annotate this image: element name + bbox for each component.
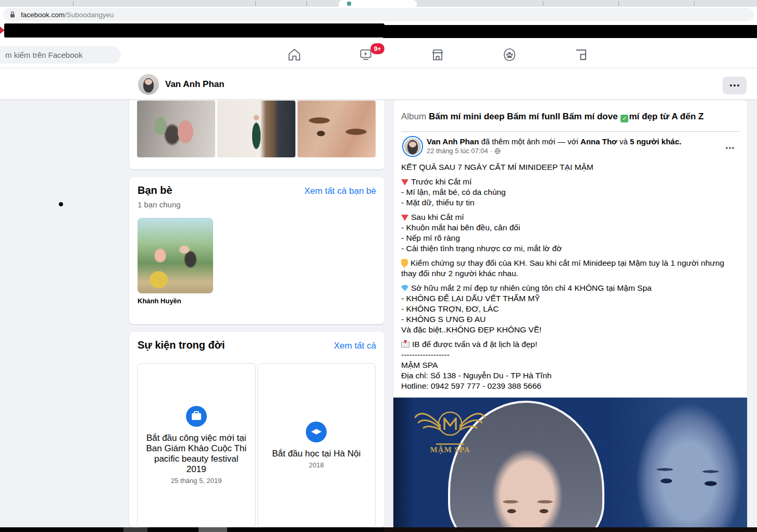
life-event-date: 25 tháng 5, 2019 <box>171 477 222 485</box>
tagged-friend-name[interactable]: Anna Thơ <box>580 137 617 146</box>
post-header-line: Van Anh Phan đã thêm một ảnh mới — với A… <box>427 137 708 146</box>
life-events-row: Bắt đầu công việc mới tại Ban Giám Khảo … <box>137 363 376 527</box>
cursor-dot <box>59 202 63 206</box>
life-events-title: Sự kiện trong đời <box>138 339 225 351</box>
search-input[interactable]: m kiếm trên Facebook <box>0 46 121 64</box>
taskbar-segment <box>384 527 757 532</box>
friends-title: Bạn bè <box>138 184 172 196</box>
post-line-icon <box>401 285 408 291</box>
life-event-title: Bắt đầu học tại Hà Nội <box>272 449 361 459</box>
taskbar-segment <box>198 527 227 532</box>
tab-favicon-icon <box>347 2 351 6</box>
globe-icon <box>494 148 501 154</box>
post-text-line: Và đặc biệt..KHÔNG ĐẸP KHÔNG VỀ! <box>401 325 740 335</box>
mutual-friends-count: 1 bạn chung <box>138 200 181 209</box>
home-icon[interactable] <box>287 47 302 63</box>
taskbar-segment <box>123 527 147 532</box>
more-options-icon <box>730 84 732 86</box>
post-text-line: Hotline: 0942 597 777 - 0239 388 5666 <box>401 381 740 391</box>
gaming-icon[interactable] <box>573 47 589 63</box>
groups-icon[interactable] <box>502 47 517 63</box>
album-title-line: Album Bấm mí mini deep Bấm mí funll Bấm … <box>401 112 740 122</box>
active-browser-tab[interactable] <box>339 0 417 7</box>
tab-divider <box>694 1 694 6</box>
post-author-name[interactable]: Van Anh Phan <box>427 137 479 146</box>
post-text-line: Kiểm chứng sự thay đổi của KH. Sau khi c… <box>401 258 740 279</box>
redacted-bookmarks-bar <box>4 23 384 38</box>
photo-thumbnail[interactable] <box>217 101 295 157</box>
friend-photo[interactable] <box>138 218 213 293</box>
post-line-icon <box>401 342 409 348</box>
profile-name: Van Anh Phan <box>165 79 225 90</box>
page-content: Bạn bè Xem tất cả bạn bè 1 bạn chung Khá… <box>0 100 757 527</box>
profile-more-button[interactable] <box>723 77 747 94</box>
see-all-events-link[interactable]: Xem tất cả <box>334 341 376 351</box>
post-image[interactable]: MẬM SPA <box>393 398 747 527</box>
tab-divider <box>255 1 256 6</box>
address-bar[interactable]: facebook.com/Suboodangyeu <box>3 8 754 21</box>
post-text-line: Sở hữu mắt 2 mí đẹp tự nhiên cùng tôn ch… <box>401 283 740 293</box>
photo-thumbnail[interactable] <box>137 101 215 157</box>
post-text-line: IB để được tvấn và đ ặt lịch là đẹp! <box>401 339 740 350</box>
marketplace-icon[interactable] <box>430 47 445 63</box>
tab-divider <box>543 1 543 6</box>
post-text-line: - Nếp mí rõ ràng <box>401 233 740 243</box>
post-line-icon <box>401 179 408 185</box>
dot-separator: · <box>490 147 492 155</box>
lock-icon <box>9 11 16 18</box>
before-face-image <box>606 398 747 527</box>
post-text-line: KẾT QUẢ SAU 7 NGÀY CẮT MÍ MINIDEEP TẠI M… <box>401 162 740 172</box>
life-event-icon-circle <box>186 406 207 427</box>
post-text-line: - KHÔNG S ƯNG Đ AU <box>401 314 740 325</box>
life-events-card: Sự kiện trong đời Xem tất cả Bắt đầu côn… <box>129 332 384 527</box>
post-timestamp[interactable]: 22 tháng 5 lúc 07:04 <box>427 147 488 155</box>
tab-divider <box>618 1 619 6</box>
post-line-icon <box>401 259 408 266</box>
life-event-icon <box>192 413 201 420</box>
tab-divider <box>306 1 307 6</box>
album-label: Album <box>401 112 426 121</box>
photos-card <box>129 100 384 169</box>
post-text-line: - Khuôn mắt hai bên đều, cân đối <box>401 222 740 233</box>
life-event-date: 2018 <box>309 461 324 469</box>
post-text-line: - KHÔNG ĐỂ LẠI DẤU VẾT THẨM MỸ <box>401 293 740 304</box>
post-text-line: Trước khi Cắt mí <box>401 177 740 187</box>
post-text-line: Sau khi Cắt mí <box>401 212 740 222</box>
profile-sticky-header: Van Anh Phan <box>0 68 757 100</box>
profile-avatar[interactable] <box>138 74 159 95</box>
facebook-top-nav: m kiếm trên Facebook 9+ <box>0 39 757 68</box>
watch-notification-badge: 9+ <box>370 43 384 54</box>
post-body-text: KẾT QUẢ SAU 7 NGÀY CẮT MÍ MINIDEEP TẠI M… <box>401 162 740 391</box>
spa-logo-icon <box>413 407 487 448</box>
avatar <box>403 137 422 156</box>
friend-name[interactable]: Khánh Huyền <box>138 297 181 305</box>
post-meta: 22 tháng 5 lúc 07:04 · <box>427 147 501 155</box>
post-text-line: - Mí lận, mắt bé, có da chùng <box>401 187 740 197</box>
friends-card: Bạn bè Xem tất cả bạn bè 1 bạn chung Khá… <box>129 177 384 324</box>
post-text-line: ------------------ <box>401 350 740 360</box>
tab-divider <box>73 1 73 6</box>
browser-tab-strip[interactable] <box>0 0 757 7</box>
post-text-line: MẬM SPA <box>401 360 740 370</box>
divider <box>401 131 740 132</box>
life-event-icon <box>311 429 321 435</box>
post-author-avatar[interactable] <box>402 136 423 157</box>
life-event-card[interactable]: Bắt đầu học tại Hà Nội 2018 <box>257 363 376 527</box>
album-title[interactable]: Bấm mí mini deep Bấm mí funll Bấm mí dov… <box>429 112 704 121</box>
browser-url-row: facebook.com/Suboodangyeu <box>0 7 757 24</box>
post-text-line: Địa chỉ: Số 138 - Nguyễn Du - TP Hà Tĩnh <box>401 370 740 381</box>
post-text-line: - KHÔNG TRỢN, ĐƠ, LÁC <box>401 304 740 314</box>
post-more-button[interactable] <box>722 143 738 153</box>
check-mark-icon: ✓ <box>621 115 628 122</box>
life-event-title: Bắt đầu công việc mới tại Ban Giám Khảo … <box>144 433 249 475</box>
album-post-card: Album Bấm mí mini deep Bấm mí funll Bấm … <box>393 100 747 527</box>
see-all-friends-link[interactable]: Xem tất cả bạn bè <box>304 186 376 196</box>
tagged-others[interactable]: 5 người khác. <box>630 137 681 146</box>
photo-thumbnail[interactable] <box>297 101 376 157</box>
post-line-icon <box>401 215 408 221</box>
post-text-line: - Mặt dữ, thiếu tự tin <box>401 197 740 208</box>
post-text-line: - Cải thiện tình trạng nhược cơ mi, mắt … <box>401 243 740 254</box>
life-event-card[interactable]: Bắt đầu công việc mới tại Ban Giám Khảo … <box>137 363 256 527</box>
life-event-icon-circle <box>306 422 327 442</box>
url-domain: facebook.com <box>21 11 65 19</box>
